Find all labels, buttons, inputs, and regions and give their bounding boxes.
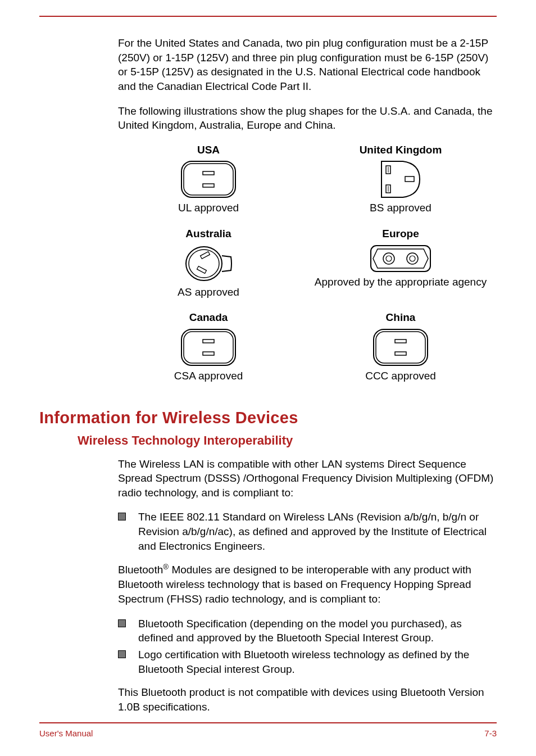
footer-page-number: 7-3 — [484, 728, 497, 739]
plug-heading-europe: Europe — [382, 227, 419, 241]
plug-cell-canada: Canada CSA approved — [118, 310, 299, 391]
bluetooth-intro-paragraph: Bluetooth® Modules are designed to be in… — [118, 562, 497, 606]
plug-icon-australia — [184, 245, 233, 283]
svg-rect-2 — [203, 171, 214, 175]
plug-heading-canada: Canada — [189, 310, 228, 325]
plug-icon-china — [373, 328, 429, 366]
plug-cell-china: China CCC approved — [310, 310, 491, 391]
svg-point-15 — [386, 256, 392, 261]
svg-rect-6 — [405, 176, 414, 182]
svg-rect-20 — [203, 339, 214, 343]
svg-rect-25 — [395, 352, 406, 355]
section-heading-wireless: Information for Wireless Devices — [39, 407, 497, 429]
plug-heading-australia: Australia — [185, 227, 231, 241]
svg-rect-18 — [181, 329, 235, 365]
svg-rect-19 — [184, 332, 233, 363]
subsection-heading-interop: Wireless Technology Interoperability — [78, 432, 497, 449]
registered-trademark: ® — [163, 563, 169, 571]
svg-rect-3 — [203, 184, 214, 187]
plug-cell-uk: United Kingdom BS approved — [310, 143, 491, 223]
intro-paragraph-1: For the United States and Canada, two pi… — [118, 36, 497, 94]
svg-point-16 — [407, 253, 418, 264]
plug-caption-uk: BS approved — [370, 201, 431, 215]
wlan-list: The IEEE 802.11 Standard on Wireless LAN… — [118, 510, 497, 553]
list-item: The IEEE 802.11 Standard on Wireless LAN… — [118, 510, 497, 553]
page-footer: User's Manual 7-3 — [39, 722, 497, 739]
list-item: Bluetooth Specification (depending on th… — [118, 617, 497, 645]
plug-caption-china: CCC approved — [365, 369, 436, 383]
footer-manual-label: User's Manual — [39, 728, 93, 739]
bt-list-item-2: Logo certification with Bluetooth wirele… — [138, 648, 497, 676]
plug-illustration-grid: USA UL approved United Kingdom BS approv… — [118, 143, 491, 391]
svg-rect-21 — [203, 352, 214, 355]
plug-heading-china: China — [386, 310, 416, 325]
plug-heading-uk: United Kingdom — [360, 143, 442, 157]
svg-rect-1 — [184, 164, 233, 195]
bt-text-post: Modules are designed to be interoperable… — [118, 564, 471, 605]
svg-rect-11 — [201, 251, 210, 259]
svg-point-17 — [410, 256, 415, 261]
list-item: Logo certification with Bluetooth wirele… — [118, 648, 497, 676]
svg-rect-22 — [374, 329, 428, 365]
plug-cell-europe: Europe Approved by the appropriate agenc… — [310, 227, 491, 307]
plug-caption-europe: Approved by the appropriate agency — [315, 275, 487, 289]
svg-rect-23 — [376, 332, 425, 363]
intro-paragraph-2: The following illustrations show the plu… — [118, 104, 497, 133]
bt-list-item-1: Bluetooth Specification (depending on th… — [138, 617, 497, 645]
bullet-icon — [118, 513, 126, 520]
plug-caption-australia: AS approved — [178, 285, 239, 300]
plug-icon-canada — [180, 328, 237, 366]
plug-caption-canada: CSA approved — [174, 369, 243, 383]
plug-icon-usa — [180, 160, 237, 198]
bt-text-pre: Bluetooth — [118, 564, 163, 576]
plug-caption-usa: UL approved — [178, 201, 239, 215]
bullet-icon — [118, 619, 126, 627]
plug-icon-europe — [370, 245, 431, 273]
plug-cell-usa: USA UL approved — [118, 143, 299, 223]
svg-rect-24 — [395, 339, 406, 343]
plug-icon-uk — [378, 160, 423, 198]
svg-point-9 — [186, 247, 222, 280]
bullet-icon — [118, 650, 126, 658]
svg-rect-13 — [371, 246, 430, 271]
svg-rect-0 — [181, 161, 235, 197]
plug-heading-usa: USA — [197, 143, 220, 157]
bluetooth-list: Bluetooth Specification (depending on th… — [118, 617, 497, 677]
wlan-intro-paragraph: The Wireless LAN is compatible with othe… — [118, 457, 497, 500]
plug-cell-australia: Australia AS approved — [118, 227, 299, 307]
svg-rect-12 — [197, 266, 207, 273]
bluetooth-compat-paragraph: This Bluetooth product is not compatible… — [118, 685, 497, 714]
header-rule — [39, 16, 497, 17]
wlan-list-item-1: The IEEE 802.11 Standard on Wireless LAN… — [138, 510, 497, 553]
svg-point-14 — [383, 253, 394, 264]
